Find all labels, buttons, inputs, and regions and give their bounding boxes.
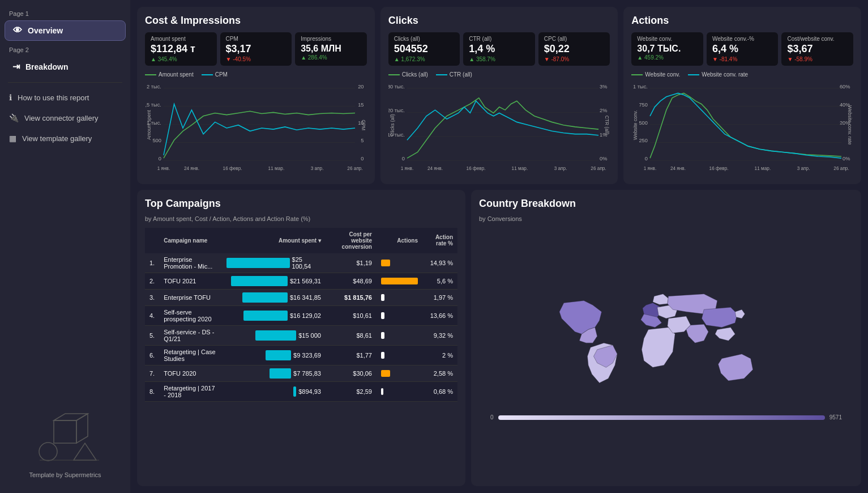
scale-bar [498, 415, 825, 420]
amount-spent-cell: $7 785,83 [222, 365, 326, 381]
action-bar-cell [377, 365, 422, 381]
svg-text:26 апр.: 26 апр. [834, 165, 849, 171]
svg-marker-4 [74, 443, 96, 460]
svg-text:3 апр.: 3 апр. [797, 165, 810, 171]
table-row: 1. Enterprise Promotion - Mic... $25 100… [145, 253, 457, 273]
sidebar: Page 1 👁 Overview Page 2 ⇥ Breakdown ℹ H… [0, 0, 130, 493]
amount-bar [270, 368, 291, 379]
sidebar-illustration [9, 403, 121, 466]
svg-text:11 мар.: 11 мар. [511, 165, 528, 171]
svg-text:3 апр.: 3 апр. [311, 165, 324, 171]
svg-marker-0 [54, 420, 76, 443]
metric-cpm: CPM $3,17 ▼ -40.5% [220, 32, 292, 66]
top-campaigns-panel: Top Campaigns by Amount spent, Cost / Ac… [137, 190, 465, 486]
scale-min: 0 [490, 414, 494, 420]
svg-text:24 янв.: 24 янв. [184, 165, 199, 171]
campaigns-table: Campaign name Amount spent ▾ Cost per we… [145, 228, 457, 402]
amount-bar [266, 350, 291, 360]
clicks-all-label: Clicks (all) [394, 36, 455, 42]
cost-website-conv-value: $3,67 [787, 43, 848, 56]
amount-spent-cell: $9 323,69 [222, 345, 326, 365]
amount-value: $7 785,83 [293, 370, 321, 377]
campaign-name: TOFU 2020 [159, 365, 221, 381]
table-row: 2. TOFU 2021 $21 569,31 $48,69 5,6 % [145, 273, 457, 289]
svg-text:250: 250 [639, 137, 648, 143]
cost-impressions-chart: 2 тыс. 1,5 тыс. 1 тыс. 500 0 20 15 10 5 … [145, 80, 367, 176]
amount-bar [226, 258, 290, 268]
svg-text:1 янв.: 1 янв. [644, 165, 657, 171]
cpm-change: ▼ -40.5% [226, 56, 287, 62]
row-num: 5. [145, 325, 159, 345]
clicks-legend: Clicks (all) CTR (all) [388, 71, 610, 78]
cost-cell: $1,77 [326, 345, 377, 365]
svg-text:Clicks (all): Clicks (all) [390, 114, 395, 136]
page2-label: Page 2 [0, 42, 130, 56]
cost-website-conv-label: Cost/website conv. [787, 36, 848, 42]
page1-label: Page 1 [0, 6, 130, 19]
cost-cell: $1 815,76 [326, 289, 377, 305]
svg-text:15: 15 [358, 101, 364, 107]
svg-text:0: 0 [645, 155, 648, 162]
impressions-change: ▲ 286.4% [301, 54, 361, 61]
svg-text:1 тыс.: 1 тыс. [633, 83, 648, 89]
campaign-name: Retargeting | 2017 - 2018 [159, 381, 221, 401]
cpm-label: CPM [226, 36, 287, 42]
col-actions: Actions [377, 228, 422, 253]
svg-text:Amount spent: Amount spent [146, 109, 152, 139]
action-bar [381, 312, 384, 319]
action-rate: 5,6 % [422, 273, 457, 289]
template-icon: ▦ [9, 134, 16, 143]
amount-spent-change: ▲ 345.4% [151, 56, 211, 62]
action-bar [381, 332, 384, 339]
action-bar-cell [377, 381, 422, 401]
svg-text:3 апр.: 3 апр. [554, 165, 567, 171]
action-bar [381, 388, 383, 395]
svg-text:3%: 3% [600, 83, 608, 89]
website-conv-label: Website conv. [637, 36, 698, 42]
svg-text:Website conv.: Website conv. [633, 110, 639, 140]
svg-text:1 янв.: 1 янв. [400, 165, 413, 171]
cost-cell: $48,69 [326, 273, 377, 289]
connector-gallery-button[interactable]: 🔌 View connector gallery [0, 108, 130, 128]
cost-cell: $2,59 [326, 381, 377, 401]
sidebar-item-breakdown[interactable]: ⇥ Breakdown [5, 57, 126, 76]
svg-text:2 тыс.: 2 тыс. [147, 83, 161, 89]
metric-cost-website-conv: Cost/website conv. $3,67 ▼ -58.9% [781, 32, 853, 66]
amount-spent-cell: $21 569,31 [222, 273, 326, 289]
action-bar [381, 294, 384, 301]
template-gallery-button[interactable]: ▦ View template gallery [0, 128, 130, 148]
impressions-label: Impressions [301, 36, 361, 42]
amount-spent-label: Amount spent [151, 36, 211, 42]
clicks-title: Clicks [388, 15, 610, 27]
svg-text:1,5 тыс.: 1,5 тыс. [145, 101, 161, 107]
svg-text:16 февр.: 16 февр. [466, 165, 485, 171]
world-map [479, 285, 853, 410]
metric-clicks-all: Clicks (all) 504552 ▲ 1,672.3% [388, 32, 460, 66]
amount-value: $15 000 [298, 332, 321, 339]
table-row: 7. TOFU 2020 $7 785,83 $30,06 2,58 % [145, 365, 457, 381]
sidebar-bottom: Template by Supermetrics [0, 394, 130, 487]
how-to-use-button[interactable]: ℹ How to use this report [0, 87, 130, 108]
col-action-rate: Action rate % [422, 228, 457, 253]
metric-website-conv: Website conv. 30,7 ТЫС. ▲ 459.2% [631, 32, 703, 66]
overview-label: Overview [28, 26, 63, 35]
eye-icon: 👁 [13, 26, 22, 36]
svg-text:30 тыс.: 30 тыс. [388, 83, 405, 89]
amount-bar [255, 330, 296, 341]
top-row: Cost & Impressions Amount spent $112,84 … [137, 7, 861, 184]
cost-cell: $1,19 [326, 253, 377, 273]
table-row: 3. Enterprise TOFU $16 341,85 $1 815,76 … [145, 289, 457, 305]
amount-value: $25 100,54 [292, 256, 321, 270]
sidebar-item-overview[interactable]: 👁 Overview [5, 20, 126, 41]
metric-ctr-all: CTR (all) 1,4 % ▲ 358.7% [463, 32, 535, 66]
svg-text:26 апр.: 26 апр. [591, 165, 606, 171]
connector-gallery-label: View connector gallery [24, 114, 99, 122]
amount-spent-cell: $16 129,02 [222, 305, 326, 325]
amount-value: $16 341,85 [290, 294, 321, 301]
country-breakdown-title: Country Breakdown [479, 198, 853, 210]
svg-point-3 [39, 443, 57, 461]
svg-text:16 февр.: 16 февр. [709, 165, 729, 171]
col-campaign-name: Campaign name [159, 228, 221, 253]
metric-cpc-all: CPC (all) $0,22 ▼ -87.0% [538, 32, 610, 66]
svg-text:24 янв.: 24 янв. [670, 165, 686, 171]
